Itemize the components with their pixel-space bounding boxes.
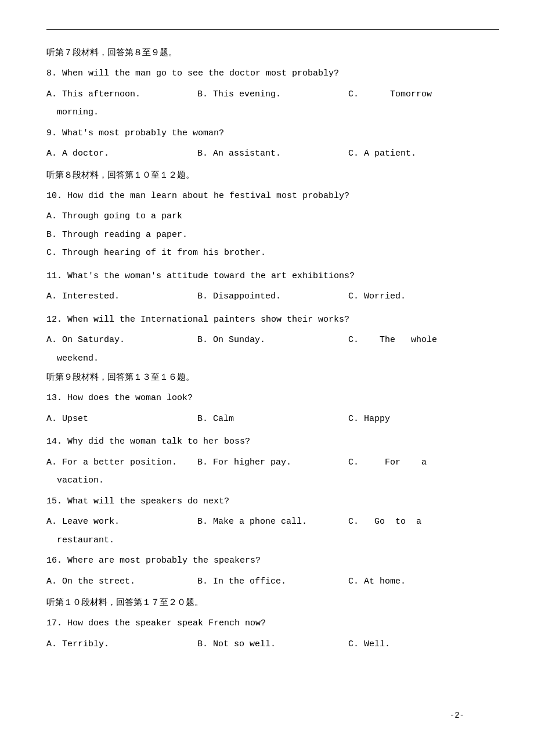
section10-header: 听第１０段材料，回答第１７至２０题。 — [46, 597, 499, 608]
q16-option-a: A. On the street. — [46, 574, 197, 589]
question-11: 11. What's the woman's attitude toward t… — [46, 269, 499, 284]
question-14: 14. Why did the woman talk to her boss? — [46, 434, 499, 449]
question-16: 16. Where are most probably the speakers… — [46, 553, 499, 568]
q14-option-b: B. For higher pay. — [197, 455, 348, 470]
q10-option-a: A. Through going to a park — [46, 209, 499, 224]
q14-option-c: C. For a — [348, 455, 499, 470]
q16-options: A. On the street. B. In the office. C. A… — [46, 574, 499, 589]
q13-option-b: B. Calm — [197, 412, 348, 427]
question-13: 13. How does the woman look? — [46, 391, 499, 406]
q10-option-b: B. Through reading a paper. — [46, 228, 499, 243]
question-12: 12. When will the International painters… — [46, 312, 499, 327]
q14-wrap: vacation. — [57, 473, 499, 488]
q15-options: A. Leave work. B. Make a phone call. C. … — [46, 514, 499, 530]
q12-wrap: weekend. — [57, 351, 499, 366]
q11-options: A. Interested. B. Disappointed. C. Worri… — [46, 289, 499, 304]
question-9: 9. What's most probably the woman? — [46, 126, 499, 141]
q17-option-c: C. Well. — [348, 637, 499, 652]
q11-option-c: C. Worried. — [348, 289, 499, 304]
q8-wrap: morning. — [57, 105, 499, 120]
q17-options: A. Terribly. B. Not so well. C. Well. — [46, 637, 499, 652]
section7-header: 听第７段材料，回答第８至９题。 — [46, 47, 499, 58]
q13-option-c: C. Happy — [348, 412, 499, 427]
q15-wrap: restaurant. — [57, 533, 499, 548]
q14-option-a: A. For a better position. — [46, 455, 197, 470]
q15-option-b: B. Make a phone call. — [197, 514, 348, 530]
question-10: 10. How did the man learn about he festi… — [46, 189, 499, 204]
q9-option-a: A. A doctor. — [46, 146, 197, 161]
top-divider — [46, 29, 499, 30]
q8-option-a: A. This afternoon. — [46, 87, 197, 102]
q17-option-b: B. Not so well. — [197, 637, 348, 652]
question-8: 8. When will the man go to see the docto… — [46, 66, 499, 81]
q12-options: A. On Saturday. B. On Sunday. C. The who… — [46, 333, 499, 348]
q8-options: A. This afternoon. B. This evening. C. T… — [46, 87, 499, 102]
section9-header: 听第９段材料，回答第１３至１６题。 — [46, 372, 499, 383]
q11-option-b: B. Disappointed. — [197, 289, 348, 304]
q13-option-a: A. Upset — [46, 412, 197, 427]
q15-option-c: C. Go to a — [348, 514, 499, 530]
q10-option-c: C. Through hearing of it from his brothe… — [46, 246, 499, 261]
q12-option-a: A. On Saturday. — [46, 333, 197, 348]
question-17: 17. How does the speaker speak French no… — [46, 616, 499, 631]
q16-option-c: C. At home. — [348, 574, 499, 589]
q11-option-a: A. Interested. — [46, 289, 197, 304]
q12-option-c: C. The whole — [348, 333, 499, 348]
q12-option-b: B. On Sunday. — [197, 333, 348, 348]
q9-option-b: B. An assistant. — [197, 146, 348, 161]
section8-header: 听第８段材料，回答第１０至１２题。 — [46, 170, 499, 181]
q14-options: A. For a better position. B. For higher … — [46, 455, 499, 470]
q9-option-c: C. A patient. — [348, 146, 499, 161]
q13-options: A. Upset B. Calm C. Happy — [46, 412, 499, 427]
q8-option-c: C. Tomorrow — [348, 87, 499, 102]
q16-option-b: B. In the office. — [197, 574, 348, 589]
q17-option-a: A. Terribly. — [46, 637, 197, 652]
question-15: 15. What will the speakers do next? — [46, 494, 499, 509]
q15-option-a: A. Leave work. — [46, 514, 197, 530]
q9-options: A. A doctor. B. An assistant. C. A patie… — [46, 146, 499, 161]
page-number: -2- — [450, 711, 464, 720]
q8-option-b: B. This evening. — [197, 87, 348, 102]
